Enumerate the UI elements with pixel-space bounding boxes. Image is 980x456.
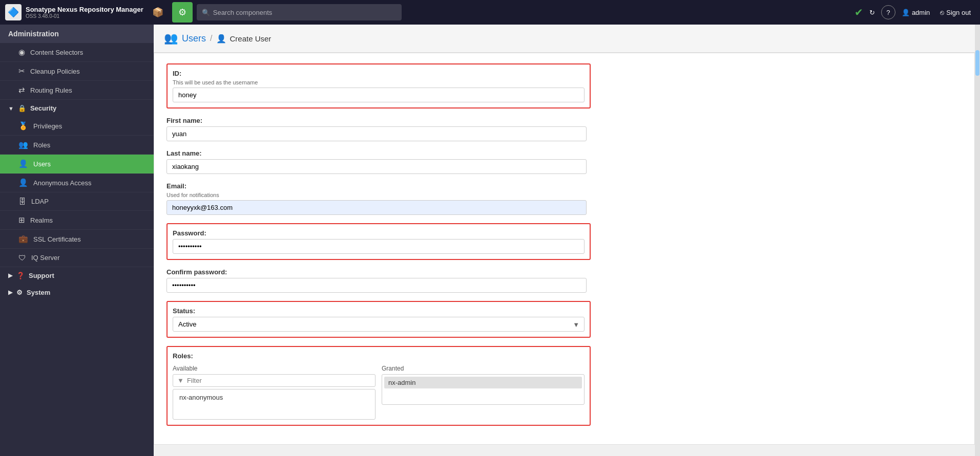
sidebar-item-label: Routing Rules [30,86,72,94]
email-label: Email: [166,182,962,190]
sidebar-section-security[interactable]: ▼ 🔒 Security [0,100,154,117]
sidebar-section-system[interactable]: ▶ ⚙ System [0,284,154,301]
refresh-btn[interactable]: ↻ [865,7,879,18]
cleanup-icon: ✂ [18,67,25,76]
granted-label: Granted [382,365,585,372]
sidebar-item-realms[interactable]: ⊞ Realms [0,211,154,230]
breadcrumb-current: 👤 Create User [216,34,271,44]
sidebar-item-label: Anonymous Access [33,179,91,187]
help-btn[interactable]: ? [881,5,895,19]
routing-icon: ⇄ [18,85,25,95]
search-icon: 🔍 [202,9,210,16]
firstname-field-group: First name: [166,117,962,141]
sidebar-item-content-selectors[interactable]: ◉ Content Selectors [0,43,154,62]
iq-icon: 🛡 [18,253,26,262]
sidebar-item-label: Users [33,160,51,168]
create-user-icon: 👤 [216,34,226,44]
logo-icon: 🔷 [5,4,22,20]
breadcrumb-parent-link[interactable]: Users [182,33,206,44]
password-field-group: Password: [173,229,585,254]
sidebar-item-iq-server[interactable]: 🛡 IQ Server [0,249,154,267]
id-hint: This will be used as the username [173,79,585,85]
available-roles-list: nx-anonymous [173,389,376,420]
privileges-icon: 🏅 [18,121,28,131]
sidebar-item-roles[interactable]: 👥 Roles [0,136,154,155]
support-icon: ❓ [16,272,25,279]
sidebar-item-privileges[interactable]: 🏅 Privileges [0,117,154,136]
firstname-input[interactable] [166,126,587,141]
ldap-icon: 🗄 [18,197,26,206]
id-label: ID: [173,70,585,77]
sidebar-item-label: LDAP [31,198,49,205]
sidebar-item-label: Privileges [33,122,62,130]
sidebar-item-ssl-certificates[interactable]: 💼 SSL Certificates [0,230,154,249]
confirm-password-field-group: Confirm password: [166,268,962,293]
sidebar-item-label: Roles [33,141,50,149]
roles-icon: 👥 [18,140,28,149]
breadcrumb-parent-icon: 👥 [164,32,178,45]
lastname-label: Last name: [166,149,962,157]
chevron-right-icon: ▶ [8,272,12,279]
roles-section: Roles: Available ▼ nx-anonymous [166,346,591,426]
granted-roles-list: nx-admin [382,374,585,405]
lastname-input[interactable] [166,159,587,174]
sidebar-section-label: Support [29,272,54,279]
search-input[interactable] [213,9,397,16]
confirm-password-label: Confirm password: [166,268,962,276]
sidebar-section-label: Security [30,104,56,112]
status-ok-icon: ✔ [854,6,863,18]
granted-roles-col: Granted nx-admin [382,365,585,420]
sidebar-item-label: Cleanup Policies [30,68,80,75]
sidebar-item-cleanup-policies[interactable]: ✂ Cleanup Policies [0,62,154,81]
email-hint: Used for notifications [166,192,962,198]
id-input[interactable] [173,88,585,102]
sidebar: Administration ◉ Content Selectors ✂ Cle… [0,25,154,456]
box-icon-btn[interactable]: 📦 [148,2,168,23]
available-roles-col: Available ▼ nx-anonymous [173,365,376,420]
signout-label: Sign out [946,9,971,16]
chevron-right-icon2: ▶ [8,289,12,296]
sidebar-item-label: Realms [30,216,53,224]
sidebar-item-label: SSL Certificates [33,235,81,243]
sidebar-item-users[interactable]: 👤 Users [0,155,154,173]
anon-icon: 👤 [18,178,28,187]
scrollbar-track [975,25,980,456]
sidebar-item-anonymous-access[interactable]: 👤 Anonymous Access [0,173,154,192]
sidebar-item-label: Content Selectors [30,49,83,56]
confirm-password-input[interactable] [166,278,587,293]
admin-btn[interactable]: 👤 admin [898,7,934,18]
content-area: 👥 Users / 👤 Create User ID: This will be… [154,25,975,456]
roles-label: Roles: [173,352,585,360]
status-field-group: Status: Active Disabled ▼ [173,307,585,332]
navbar: 🔷 Sonatype Nexus Repository Manager OSS … [0,0,980,25]
app-title: Sonatype Nexus Repository Manager [26,6,143,13]
realms-icon: ⊞ [18,215,25,225]
sidebar-section-support[interactable]: ▶ ❓ Support [0,267,154,284]
sidebar-item-ldap[interactable]: 🗄 LDAP [0,192,154,211]
app-title-group: Sonatype Nexus Repository Manager OSS 3.… [26,6,143,19]
gear-icon-btn[interactable]: ⚙ [172,2,193,23]
status-select[interactable]: Active Disabled [173,317,585,332]
id-field-group: ID: This will be used as the username [173,70,585,102]
sidebar-item-routing-rules[interactable]: ⇄ Routing Rules [0,81,154,100]
signout-btn[interactable]: ⎋ Sign out [936,7,975,18]
list-item[interactable]: nx-admin [384,377,582,388]
system-icon: ⚙ [16,289,23,296]
users-icon: 👤 [18,159,28,168]
status-label: Status: [173,307,585,315]
search-bar: 🔍 [197,4,402,20]
email-input[interactable] [166,200,587,215]
breadcrumb-separator: / [210,34,212,43]
filter-wrap: ▼ [173,374,376,387]
password-label: Password: [173,229,585,237]
admin-label: admin [912,9,930,16]
password-input[interactable] [173,239,585,254]
email-field-group: Email: Used for notifications [166,182,962,215]
scrollbar-thumb[interactable] [975,50,979,76]
list-item[interactable]: nx-anonymous [175,392,373,403]
filter-input[interactable] [187,377,371,384]
main-layout: Administration ◉ Content Selectors ✂ Cle… [0,25,980,456]
create-user-form: ID: This will be used as the username Fi… [154,53,975,445]
breadcrumb: 👥 Users / 👤 Create User [154,25,975,53]
app-logo: 🔷 Sonatype Nexus Repository Manager OSS … [5,4,143,20]
